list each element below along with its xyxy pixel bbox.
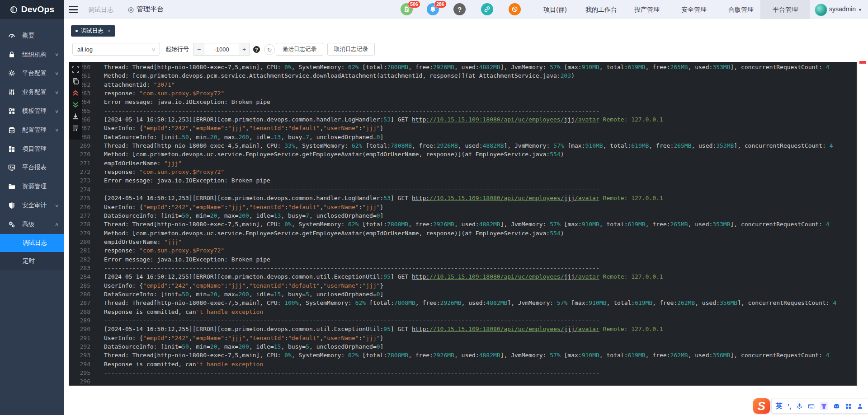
skin-icon[interactable] [820, 402, 828, 410]
help-tooltip-icon[interactable]: ? [253, 46, 260, 53]
sidebar-item-project[interactable]: 项目管理 [0, 140, 64, 159]
sidebar-item-advanced[interactable]: 高级∧ [0, 215, 64, 234]
log-line-number: 278 [69, 220, 90, 228]
gears-icon [8, 221, 15, 228]
sidebar-subitem-定时[interactable]: 定时 [0, 252, 64, 270]
chevron-down-icon: ∨ [55, 109, 59, 114]
log-line: 287Thread: Thread[http-nio-18080-exec-7,… [69, 298, 836, 307]
nav-item-6[interactable]: 平台管理 [760, 0, 810, 19]
log-line-number: 284 [69, 272, 90, 281]
sidebar-item-label: 平台配置 [22, 69, 47, 77]
fullscreen-icon[interactable] [72, 66, 79, 73]
tab-close-icon[interactable]: × [108, 28, 111, 34]
copy-icon[interactable] [72, 78, 79, 85]
scroll-top-icon[interactable] [72, 89, 79, 97]
log-line-number: 277 [69, 211, 90, 220]
log-line: 276UserInfo: {"empId":"242","empName":"j… [69, 203, 836, 211]
sidebar-item-overview[interactable]: 概要 [0, 26, 64, 45]
cancel-log-button[interactable]: 取消日志记录 [327, 43, 375, 56]
sidebar-item-label: 组织机构 [22, 51, 47, 59]
profile-icon[interactable] [857, 403, 863, 410]
nav-item-4[interactable]: 安全管理 [680, 0, 708, 19]
link-icon[interactable] [481, 3, 493, 15]
lang-indicator[interactable]: 英 [776, 402, 783, 410]
sidebar-item-config[interactable]: 配置管理∨ [0, 121, 64, 140]
logo-text: DevOps [21, 5, 55, 14]
help-icon[interactable]: ? [453, 3, 466, 15]
log-line-number: 293 [69, 351, 90, 359]
toolbox-icon[interactable] [845, 403, 852, 410]
app-logo: DevOps [0, 0, 64, 19]
notifications-badge: 286 [434, 0, 447, 8]
log-file-select[interactable]: all.log ∨ [72, 43, 160, 56]
nav-item-2[interactable]: 我的工作台 [582, 0, 620, 19]
decrement-button[interactable]: − [193, 43, 204, 56]
punctuation-icon[interactable]: ’, [788, 402, 791, 410]
nav-item-1[interactable]: 项目(群) [540, 0, 570, 19]
log-line: 270Method: [com.primeton.devops.uc.servi… [69, 150, 836, 159]
sidebar: 概要组织机构∨平台配置∨业务配置∨模板管理∨配置管理∨项目管理平台报表资源管理安… [0, 19, 64, 415]
log-line: 263response: "com.sun.proxy.$Proxy72" [69, 89, 836, 98]
log-line-number: 291 [69, 334, 90, 342]
sidebar-item-business[interactable]: 业务配置∨ [0, 83, 64, 102]
log-scrollbar-track[interactable] [858, 62, 858, 386]
sidebar-item-template[interactable]: 模板管理∨ [0, 102, 64, 121]
sogou-logo-icon[interactable]: S [753, 398, 770, 414]
log-line-number: 296 [69, 377, 90, 386]
increment-button[interactable]: + [239, 43, 250, 56]
log-line: 273Error message: java.io.IOException: B… [69, 176, 836, 185]
db-icon [8, 126, 15, 134]
document-icon[interactable]: 506 [401, 3, 413, 15]
chevron-up-icon: ∧ [55, 222, 59, 227]
user-avatar[interactable] [815, 4, 827, 16]
log-line-number: 274 [69, 185, 90, 194]
soft-wrap-icon[interactable] [72, 125, 79, 132]
emoji-icon[interactable] [833, 403, 840, 410]
platform-title: ◎ 管理平台 [128, 5, 164, 14]
bell-icon[interactable]: 286 [427, 3, 439, 15]
log-lines: 260Thread: Thread[http-nio-18080-exec-7,… [69, 63, 836, 386]
ban-icon[interactable] [509, 3, 521, 15]
log-viewer[interactable]: 260Thread: Thread[http-nio-18080-exec-7,… [69, 62, 857, 386]
activate-log-button[interactable]: 激活日志记录 [276, 43, 323, 56]
microphone-icon[interactable] [796, 403, 803, 410]
log-line: 261Method: [com.primeton.devops.pcm.serv… [69, 71, 836, 80]
user-caret-icon[interactable]: ▼ [858, 8, 862, 12]
sidebar-item-label: 平台报表 [22, 163, 47, 172]
username[interactable]: sysadmin [829, 5, 856, 13]
start-line-input[interactable] [204, 43, 239, 56]
log-line: 265-------------------------------------… [69, 107, 836, 115]
breadcrumb: 调试日志 [88, 6, 113, 14]
keyboard-icon[interactable] [808, 403, 815, 410]
chevron-down-icon: ∨ [55, 52, 59, 57]
log-line-number: 270 [69, 150, 90, 159]
nav-item-3[interactable]: 投产管理 [633, 0, 661, 19]
log-line-number: 285 [69, 281, 90, 290]
sidebar-item-org[interactable]: 组织机构∨ [0, 45, 64, 64]
scroll-bottom-icon[interactable] [72, 101, 79, 108]
sidebar-item-label: 配置管理 [22, 126, 47, 134]
download-icon[interactable] [72, 113, 79, 120]
log-line: 268DataSourceInfo: [init=50, min=20, max… [69, 133, 836, 141]
sidebar-item-resource[interactable]: 资源管理 [0, 177, 64, 196]
nav-item-5[interactable]: 合版管理 [727, 0, 755, 19]
refresh-icon[interactable]: ↻ [264, 44, 275, 55]
sidebar-item-report[interactable]: 平台报表 [0, 159, 64, 177]
sidebar-item-label: 高级 [22, 220, 34, 228]
top-header: DevOps 调试日志 ◎ 管理平台 506 286 ? 项目(群)我的工作台投… [0, 0, 868, 19]
log-line: 296 [69, 377, 836, 386]
sidebar-item-label: 业务配置 [22, 88, 47, 96]
sidebar-item-audit[interactable]: 安全审计∨ [0, 196, 64, 215]
log-line: 292DataSourceInfo: [init=50, min=20, max… [69, 342, 836, 351]
sidebar-item-platform[interactable]: 平台配置∨ [0, 64, 64, 83]
error-scroll-marker[interactable] [859, 61, 866, 64]
log-toolbar: all.log ∨ 起始行号 − + ? ↻ 激活日志记录 取消日志记录 [64, 39, 868, 61]
docs-badge: 506 [408, 0, 420, 8]
log-line: 288Response is committed, can't handle e… [69, 308, 836, 316]
hamburger-menu-icon[interactable] [69, 6, 78, 13]
chevron-down-icon: ∨ [151, 47, 156, 52]
tab-debug-log[interactable]: 调试日志 × [71, 25, 115, 37]
sidebar-subitem-调试日志[interactable]: 调试日志 [0, 234, 64, 252]
blocks-icon [8, 107, 15, 115]
log-line: 269Thread: Thread[http-nio-18080-exec-4,… [69, 141, 836, 150]
